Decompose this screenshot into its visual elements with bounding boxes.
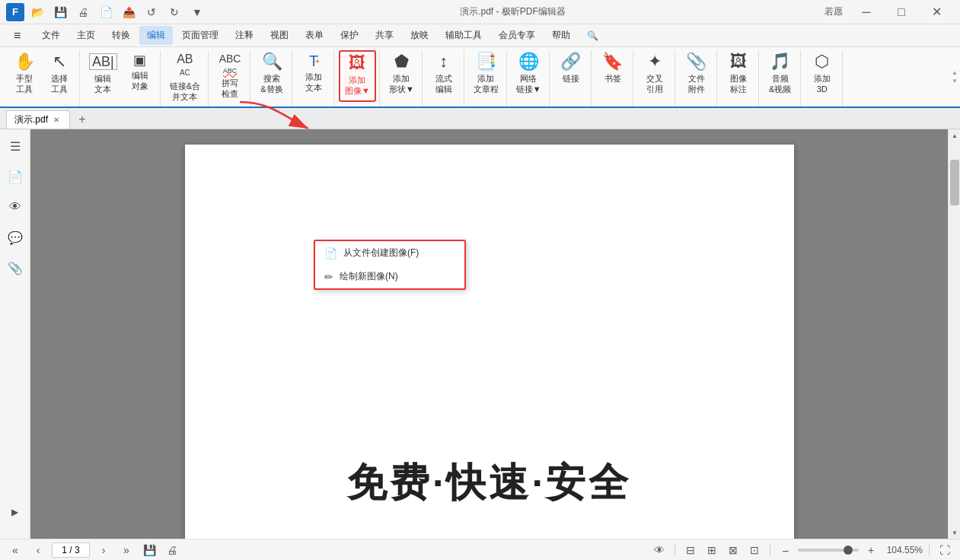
save-page-btn[interactable]: 💾: [140, 542, 158, 558]
menu-share[interactable]: 共享: [368, 26, 401, 45]
spell-btn[interactable]: ABCABC 拼写检查: [213, 50, 247, 102]
share-btn[interactable]: 📤: [119, 3, 139, 21]
panel-comment-icon[interactable]: 💬: [5, 227, 26, 248]
menu-convert[interactable]: 转换: [104, 26, 138, 45]
view-fit-btn[interactable]: ⊟: [681, 542, 700, 558]
hamburger-menu[interactable]: ≡: [6, 26, 28, 46]
panel-page-icon[interactable]: 📄: [5, 166, 26, 187]
close-btn[interactable]: ✕: [919, 0, 954, 24]
link-icon: ABAC: [177, 53, 193, 78]
add-image-btn[interactable]: 🖼 添加图像▼: [339, 50, 376, 102]
zoom-in-btn[interactable]: +: [862, 542, 880, 558]
maximize-btn[interactable]: □: [884, 0, 919, 24]
menu-bar: ≡ 文件 主页 转换 编辑 页面管理 注释 视图 表单 保护 共享 放映 辅助工…: [0, 24, 960, 47]
ribbon-group-addtext: T+ 添加文本: [294, 50, 334, 107]
panel-attach-icon[interactable]: 📎: [5, 257, 26, 278]
menu-tools[interactable]: 辅助工具: [438, 26, 490, 45]
menu-view[interactable]: 视图: [263, 26, 296, 45]
menu-search[interactable]: 🔍: [579, 27, 606, 44]
print-btn[interactable]: 🖨: [73, 3, 93, 21]
new-btn[interactable]: 📄: [96, 3, 116, 21]
audio-video-btn[interactable]: 🎵 音频&视频: [764, 50, 797, 102]
hyperlink-icon: 🔗: [560, 53, 581, 70]
zoom-slider[interactable]: [798, 549, 859, 552]
right-scrollbar[interactable]: ▲ ▼: [948, 129, 960, 539]
panel-nav-icon[interactable]: ☰: [5, 135, 26, 157]
ribbon-group-search: 🔍 搜索&替换: [252, 50, 292, 107]
scroll-down-btn[interactable]: ▼: [949, 527, 960, 539]
add-text-icon: T+: [309, 53, 318, 68]
bookmark-btn[interactable]: 🔖 书签: [596, 50, 630, 102]
add-chapter-btn[interactable]: 📑 添加文章程: [469, 50, 503, 102]
attachment-btn[interactable]: 📎 文件附件: [680, 50, 713, 102]
edit-object-btn[interactable]: ▣ 编辑对象: [123, 50, 157, 102]
menu-annotate[interactable]: 注释: [228, 26, 261, 45]
flow-edit-btn[interactable]: ↕ 流式编辑: [427, 50, 461, 102]
image-mark-btn[interactable]: 🖼 图像标注: [722, 50, 755, 102]
network-link-btn[interactable]: 🌐 网络链接▼: [512, 50, 546, 102]
add-shape-btn[interactable]: ⬟ 添加形状▼: [384, 50, 419, 102]
from-file-menu-item[interactable]: 📄 从文件创建图像(F): [315, 241, 464, 265]
redo-btn[interactable]: ↻: [164, 3, 184, 21]
print-page-btn[interactable]: 🖨: [163, 542, 181, 558]
select-tool-btn[interactable]: ↖ 选择工具: [43, 50, 76, 102]
last-page-btn[interactable]: »: [117, 542, 136, 558]
view-thumb-btn[interactable]: ⊡: [745, 542, 764, 558]
hand-tool-btn[interactable]: ✋ 手型工具: [8, 50, 41, 102]
view-spread-btn[interactable]: ⊠: [724, 542, 742, 558]
menu-play[interactable]: 放映: [403, 26, 436, 45]
scroll-up-btn[interactable]: ▲: [949, 129, 960, 142]
fullscreen-btn[interactable]: ⛶: [936, 542, 954, 558]
menu-edit[interactable]: 编辑: [139, 26, 173, 45]
network-icon: 🌐: [518, 53, 539, 70]
menu-form[interactable]: 表单: [298, 26, 331, 45]
page-input[interactable]: [52, 542, 90, 558]
attachment-icon: 📎: [686, 53, 706, 70]
cross-ref-btn[interactable]: ✦ 交叉引用: [638, 50, 671, 102]
tab-close-btn[interactable]: ✕: [51, 115, 62, 126]
scroll-thumb[interactable]: [950, 160, 959, 205]
crossref-icon: ✦: [648, 53, 662, 70]
view-page-btn[interactable]: ⊞: [703, 542, 721, 558]
tab-add-btn[interactable]: +: [73, 110, 91, 129]
chapter-icon: 📑: [476, 53, 496, 70]
prev-page-btn[interactable]: ‹: [29, 542, 47, 558]
add-text-btn[interactable]: T+ 添加文本: [297, 50, 330, 102]
view-option-eye[interactable]: 👁: [650, 542, 668, 558]
save-btn[interactable]: 💾: [50, 3, 70, 21]
tab-demo-pdf[interactable]: 演示.pdf ✕: [6, 110, 70, 129]
edit-text-btn[interactable]: AB| 编辑文本: [85, 50, 122, 102]
left-panel: ☰ 📄 👁 💬 📎 ▶: [0, 129, 30, 539]
search-replace-btn[interactable]: 🔍 搜索&替换: [255, 50, 289, 102]
add-3d-btn[interactable]: ⬡ 添加3D: [805, 50, 839, 102]
add-image-icon: 🖼: [349, 55, 365, 72]
member-name[interactable]: 若愿: [818, 4, 849, 20]
menu-home[interactable]: 主页: [69, 26, 103, 45]
menu-help[interactable]: 帮助: [544, 26, 578, 45]
menu-member[interactable]: 会员专享: [491, 26, 543, 45]
link-merge-btn[interactable]: ABAC 链接&合并文本: [165, 50, 205, 102]
open-btn[interactable]: 📂: [27, 3, 47, 21]
menu-file[interactable]: 文件: [34, 26, 68, 45]
first-page-btn[interactable]: «: [6, 542, 24, 558]
add-image-dropdown: 📄 从文件创建图像(F) ✏ 绘制新图像(N): [314, 240, 466, 290]
ribbon-scroll[interactable]: ▲ ▼: [949, 47, 960, 107]
panel-nav-arrow[interactable]: ▶: [11, 507, 18, 517]
draw-new-menu-item[interactable]: ✏ 绘制新图像(N): [315, 265, 464, 288]
quick-access-dropdown[interactable]: ▼: [187, 3, 207, 21]
zoom-out-btn[interactable]: –: [777, 542, 795, 558]
menu-page-manage[interactable]: 页面管理: [174, 26, 226, 45]
app-logo: F: [6, 3, 24, 21]
menu-protect[interactable]: 保护: [333, 26, 366, 45]
panel-view-icon[interactable]: 👁: [5, 196, 26, 218]
bookmark-icon: 🔖: [602, 53, 623, 70]
zoom-level: 104.55%: [883, 545, 923, 555]
next-page-btn[interactable]: ›: [94, 542, 113, 558]
pdf-main-text: 免费·快速·安全: [347, 457, 631, 510]
hyperlink-btn[interactable]: 🔗 链接: [554, 50, 588, 102]
zoom-thumb[interactable]: [844, 546, 853, 555]
tab-bar: 演示.pdf ✕ +: [0, 108, 960, 129]
ribbon-group-shape: ⬟ 添加形状▼: [381, 50, 423, 107]
undo-btn[interactable]: ↺: [142, 3, 161, 21]
minimize-btn[interactable]: ─: [849, 0, 884, 24]
